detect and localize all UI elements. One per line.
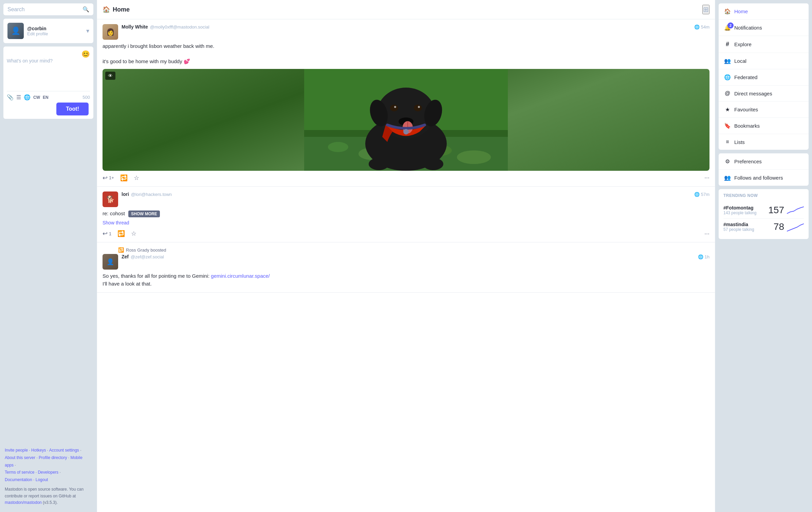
profile-chevron-icon[interactable]: ▾ <box>86 27 89 35</box>
feed-settings-button[interactable]: ⊞ <box>702 5 709 14</box>
nav-label-favourites: Favourites <box>734 107 758 112</box>
invite-people-link[interactable]: Invite people <box>5 448 28 453</box>
more-button[interactable]: ··· <box>704 174 709 181</box>
boost-button[interactable]: 🔁 <box>120 174 128 182</box>
home-header-icon: 🏠 <box>103 6 110 13</box>
reply-button[interactable]: ↩ 1+ <box>103 174 114 182</box>
show-more-button[interactable]: SHOW MORE <box>128 211 160 217</box>
nav-label-direct-messages: Direct messages <box>734 91 772 96</box>
about-server-link[interactable]: About this server <box>5 455 35 460</box>
edit-profile-link[interactable]: Edit profile <box>27 31 83 36</box>
profile-handle: @corbin <box>27 26 83 31</box>
gear-icon: ⚙ <box>724 158 731 165</box>
trending-tag-mastindia[interactable]: #mastindia <box>723 222 774 227</box>
nav-item-federated[interactable]: 🌐 Federated <box>719 69 809 86</box>
show-thread-link[interactable]: Show thread <box>103 219 709 226</box>
trending-count-mastindia: 78 <box>774 221 784 232</box>
favourite-button[interactable]: ☆ <box>134 174 139 182</box>
search-box: 🔍 <box>3 3 93 15</box>
logout-link[interactable]: Logout <box>36 477 48 482</box>
globe-icon: 🌐 <box>694 192 700 197</box>
nav-item-preferences[interactable]: ⚙ Preferences <box>719 153 809 170</box>
feed-header: 🏠 Home ⊞ <box>97 0 715 19</box>
nav-label-local: Local <box>734 58 746 64</box>
bookmark-icon: 🔖 <box>724 123 731 129</box>
toot-button[interactable]: Toot! <box>56 103 89 115</box>
post-time-lori: 🌐 57m <box>694 192 709 197</box>
trending-people-fotomontag: 143 people talking <box>723 211 768 215</box>
trending-section: TRENDING NOW #Fotomontag 143 people talk… <box>719 189 809 239</box>
post-header-zef: 👤 Zef @zef@zef.social 🌐 1h <box>103 254 709 270</box>
nav-label-federated: Federated <box>734 74 757 80</box>
nav-item-explore[interactable]: # Explore <box>719 36 809 53</box>
account-settings-link[interactable]: Account settings <box>49 448 79 453</box>
nav-label-explore: Explore <box>734 41 752 47</box>
post-time-text: 54m <box>701 24 709 30</box>
trending-info-fotomontag: #Fotomontag 143 people talking <box>723 205 768 215</box>
boost-indicator: 🔁 Ross Grady boosted <box>103 247 709 253</box>
boosted-by-text: Ross Grady boosted <box>126 248 166 253</box>
nav-label-preferences: Preferences <box>734 159 762 164</box>
left-sidebar: 🔍 👤 @corbin Edit profile ▾ 😊 📎 ☰ 🌐 CW EN… <box>0 0 97 512</box>
nav-item-follows-followers[interactable]: 👥 Follows and followers <box>719 170 809 186</box>
nav-item-local[interactable]: 👥 Local <box>719 53 809 69</box>
post-header-molly: 👩 Molly White @molly0xfff@mastodon.socia… <box>103 24 709 40</box>
svg-point-20 <box>403 129 409 134</box>
nav-item-bookmarks[interactable]: 🔖 Bookmarks <box>719 118 809 134</box>
main-feed: 🏠 Home ⊞ 👩 Molly White @molly0xfff@masto… <box>97 0 715 512</box>
trending-chart-mastindia <box>787 222 804 232</box>
gemini-link[interactable]: gemini.circumlunar.space/ <box>211 273 270 279</box>
hide-image-button[interactable]: 👁 <box>105 72 115 80</box>
attach-icon[interactable]: 📎 <box>7 94 14 100</box>
cw-button[interactable]: CW <box>33 95 40 100</box>
nav-label-lists: Lists <box>734 139 745 145</box>
federated-icon: 🌐 <box>724 74 731 80</box>
explore-icon: # <box>724 41 731 48</box>
trending-count-fotomontag: 157 <box>768 205 784 216</box>
svg-point-13 <box>418 106 420 108</box>
favourite-button-lori[interactable]: ☆ <box>131 230 136 237</box>
nav-item-lists[interactable]: ≡ Lists <box>719 134 809 150</box>
search-input[interactable] <box>7 6 80 13</box>
list-icon[interactable]: ☰ <box>16 94 21 100</box>
post-content-zef: So yes, thanks for all for pointing me t… <box>103 272 709 288</box>
post-actions-molly: ↩ 1+ 🔁 ☆ ··· <box>103 174 709 182</box>
sidebar-footer: Invite people · Hotkeys · Account settin… <box>3 444 93 509</box>
profile-directory-link[interactable]: Profile directory <box>39 455 67 460</box>
reply-count-lori: 1 <box>109 231 111 236</box>
documentation-link[interactable]: Documentation <box>5 477 32 482</box>
avatar: 👤 <box>7 23 24 39</box>
post-author-name-zef[interactable]: Zef <box>122 254 129 259</box>
post-author-handle-lori: @lori@hackers.town <box>131 192 172 197</box>
nav-item-home[interactable]: 🏠 Home <box>719 3 809 20</box>
compose-box: 😊 📎 ☰ 🌐 CW EN 500 Toot! <box>3 47 93 119</box>
terms-of-service-link[interactable]: Terms of service <box>5 470 34 475</box>
trending-tag-fotomontag[interactable]: #Fotomontag <box>723 205 768 211</box>
emoji-button[interactable]: 😊 <box>81 50 90 58</box>
github-link[interactable]: mastodon/mastodon <box>5 500 42 505</box>
post-author-name[interactable]: Molly White <box>122 24 148 30</box>
globe-icon[interactable]: 🌐 <box>24 94 31 100</box>
profile-info: @corbin Edit profile <box>27 26 83 36</box>
nav-label-follows-followers: Follows and followers <box>734 175 783 181</box>
search-button[interactable]: 🔍 <box>82 6 89 13</box>
post-time-text-lori: 57m <box>701 192 709 197</box>
compose-textarea[interactable] <box>7 58 90 89</box>
nav-primary-list: 🏠 Home 🔔 2 Notifications # Explore 👥 Loc… <box>719 3 809 150</box>
hotkeys-link[interactable]: Hotkeys <box>31 448 46 453</box>
post-molly: 👩 Molly White @molly0xfff@mastodon.socia… <box>97 19 715 187</box>
nav-item-notifications[interactable]: 🔔 2 Notifications <box>719 20 809 36</box>
post-author-name-lori[interactable]: lori <box>122 191 129 197</box>
nav-item-favourites[interactable]: ★ Favourites <box>719 102 809 118</box>
lang-button[interactable]: EN <box>43 95 49 100</box>
nav-label-notifications: Notifications <box>734 25 762 31</box>
post-lori: 🐕 lori @lori@hackers.town 🌐 57m re: coho… <box>97 187 715 243</box>
more-button-lori[interactable]: ··· <box>704 230 709 237</box>
reply-count: 1+ <box>109 175 114 180</box>
reply-button-lori[interactable]: ↩ 1 <box>103 230 111 237</box>
nav-item-direct-messages[interactable]: @ Direct messages <box>719 86 809 102</box>
post-meta-lori: lori @lori@hackers.town 🌐 57m <box>122 191 709 197</box>
developers-link[interactable]: Developers <box>38 470 58 475</box>
trending-item-mastindia: #mastindia 57 people talking 78 <box>723 219 804 235</box>
boost-button-lori[interactable]: 🔁 <box>117 230 125 237</box>
